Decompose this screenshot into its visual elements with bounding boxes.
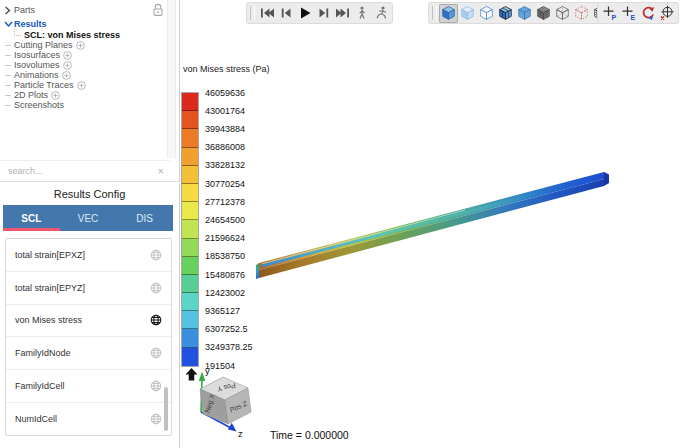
legend-value-2: 39943884: [205, 124, 245, 134]
query-interactive-button[interactable]: [638, 4, 657, 23]
play-button[interactable]: [295, 4, 314, 23]
tree-item-label: Parts: [14, 5, 35, 15]
chevron-down-icon[interactable]: [4, 20, 13, 28]
beam-model[interactable]: [245, 158, 620, 293]
globe-icon-active[interactable]: [150, 314, 162, 326]
tree-item-label: Animations: [14, 70, 59, 80]
legend-value-10: 15480876: [205, 270, 245, 280]
globe-icon[interactable]: [150, 347, 162, 359]
tree-item-particle-traces[interactable]: Particle Traces: [0, 80, 179, 90]
cube-shaded-edges-button[interactable]: [496, 4, 515, 23]
beam-side-face: [259, 179, 604, 278]
tree-item-label: Cutting Planes: [14, 40, 73, 50]
tree-item-cutting-planes[interactable]: Cutting Planes: [0, 40, 179, 50]
tree-item-2d-plots[interactable]: 2D Plots: [0, 90, 179, 100]
legend-band-7: [182, 220, 198, 238]
legend-band-4: [182, 166, 198, 184]
variable-row-total-strain-epyz[interactable]: total strain[EPYZ]: [6, 272, 171, 305]
tree-scrollbar[interactable]: [167, 0, 176, 158]
variables-list: total strain[EPXZ] total strain[EPYZ] vo…: [5, 238, 172, 436]
axis-triad[interactable]: y z Pos Y Neg X Pos Z: [181, 363, 271, 448]
beam-highlight-stripe: [262, 210, 465, 264]
add-plus-icon[interactable]: [63, 51, 72, 60]
tree-item-results[interactable]: Results: [0, 19, 179, 29]
add-plus-icon[interactable]: [62, 71, 71, 80]
tree-connector: [5, 85, 11, 86]
tree-item-animations[interactable]: Animations: [0, 70, 179, 80]
center-of-transform-button[interactable]: [657, 4, 676, 23]
variable-row-numidcell[interactable]: NumIdCell: [6, 403, 171, 436]
toolbar-grip[interactable]: [250, 6, 255, 20]
legend-band-0: [182, 93, 198, 111]
search-input[interactable]: [8, 166, 158, 176]
legend-value-1: 43001764: [205, 106, 245, 116]
cube-mesh-button[interactable]: [534, 4, 553, 23]
chevron-right-icon[interactable]: [4, 6, 13, 15]
probe-point-button[interactable]: P: [600, 4, 619, 23]
legend-band-5: [182, 184, 198, 202]
legend-band-6: [182, 202, 198, 220]
variable-row-total-strain-epxz[interactable]: total strain[EPXZ]: [6, 239, 171, 272]
legend-value-13: 6307252.5: [205, 324, 248, 334]
lock-icon[interactable]: [152, 3, 164, 17]
active-tab-underline: [3, 228, 60, 231]
globe-icon[interactable]: [150, 249, 162, 261]
cube-hidden-line-button[interactable]: [477, 4, 496, 23]
variable-row-familyidnode[interactable]: FamilyIdNode: [6, 337, 171, 370]
globe-icon[interactable]: [150, 413, 162, 425]
globe-icon[interactable]: [150, 380, 162, 392]
variable-row-von-mises-stress[interactable]: von Mises stress: [6, 305, 171, 338]
legend-value-9: 18538750: [205, 251, 245, 261]
legend-value-12: 9365127: [205, 306, 240, 316]
tab-vec[interactable]: VEC: [60, 205, 117, 231]
add-plus-icon[interactable]: [76, 41, 85, 50]
cube-feature-red-button[interactable]: [572, 4, 591, 23]
variables-scrollbar[interactable]: [164, 387, 168, 431]
tree-item-isovolumes[interactable]: Isovolumes: [0, 60, 179, 70]
cube-wireframe-button[interactable]: [553, 4, 572, 23]
tree-item-scl-von-mises-stress[interactable]: SCL: von Mises stress: [0, 30, 179, 40]
tree-connector: [5, 105, 11, 106]
tree-item-label: 2D Plots: [14, 90, 48, 100]
legend-value-7: 24654500: [205, 215, 245, 225]
variable-label: total strain[EPXZ]: [15, 250, 150, 260]
legend-value-0: 46059636: [205, 88, 245, 98]
tree-item-label: Screenshots: [14, 100, 64, 110]
cube-shaded-button[interactable]: [439, 4, 458, 23]
tree-search-row: ×: [0, 160, 170, 181]
add-plus-icon[interactable]: [51, 91, 60, 100]
results-config-panel: Results Config SCLVECDIS total strain[EP…: [0, 183, 180, 448]
tree-connector: [5, 55, 11, 56]
legend-band-8: [182, 239, 198, 257]
results-config-title: Results Config: [0, 183, 179, 200]
z-axis-label: z: [238, 428, 243, 439]
globe-icon[interactable]: [150, 282, 162, 294]
cube-transparent-button[interactable]: [458, 4, 477, 23]
probe-element-button[interactable]: E: [619, 4, 638, 23]
cube-flat-button[interactable]: [515, 4, 534, 23]
tree-item-isosurfaces[interactable]: Isosurfaces: [0, 50, 179, 60]
time-readout: Time = 0.000000: [270, 429, 349, 441]
add-plus-icon[interactable]: [77, 81, 86, 90]
variable-row-familyidcell[interactable]: FamilyIdCell: [6, 370, 171, 403]
tree-item-label: SCL: von Mises stress: [24, 30, 120, 40]
walk-animate-button[interactable]: [352, 4, 371, 23]
step-forward-button[interactable]: [314, 4, 333, 23]
toolbar-grip[interactable]: [432, 6, 437, 20]
legend-value-4: 33828132: [205, 160, 245, 170]
legend-band-3: [182, 148, 198, 166]
legend-band-12: [182, 311, 198, 329]
add-plus-icon[interactable]: [63, 61, 72, 70]
beam-right-cap: [604, 172, 609, 186]
tree-item-screenshots[interactable]: Screenshots: [0, 100, 179, 110]
step-back-button[interactable]: [276, 4, 295, 23]
probe-toolbar: PE: [597, 2, 679, 24]
search-clear-icon[interactable]: ×: [158, 166, 164, 177]
tab-dis[interactable]: DIS: [116, 205, 173, 231]
skip-to-end-button[interactable]: [333, 4, 352, 23]
skip-to-start-button[interactable]: [257, 4, 276, 23]
beam-left-cap: [256, 263, 259, 279]
run-animate-button[interactable]: [371, 4, 390, 23]
svg-text:E: E: [630, 14, 635, 21]
home-view-icon[interactable]: [186, 368, 198, 381]
